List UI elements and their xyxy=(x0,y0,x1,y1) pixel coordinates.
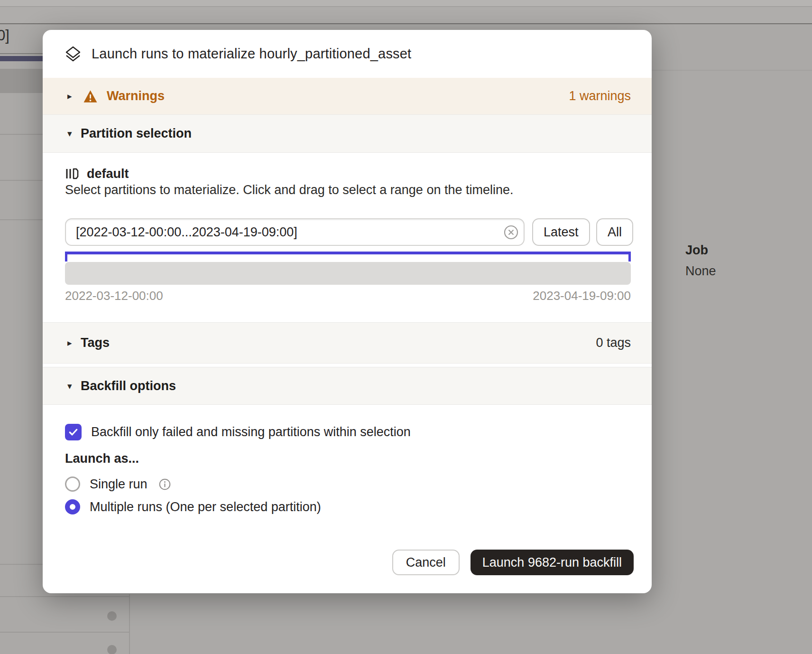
tags-count: 0 tags xyxy=(596,336,631,350)
warning-triangle-icon xyxy=(83,90,98,103)
dialog-footer: Cancel Launch 9682-run backfill xyxy=(392,550,634,575)
divider xyxy=(0,23,812,24)
backfill-only-failed-checkbox[interactable] xyxy=(65,424,82,440)
status-dot-icon xyxy=(107,645,117,654)
job-column-value: None xyxy=(685,264,716,279)
multiple-runs-option: Multiple runs (One per selected partitio… xyxy=(43,497,652,516)
partition-selection-label: Partition selection xyxy=(81,126,192,141)
partition-timeline[interactable] xyxy=(65,262,631,285)
partition-icon xyxy=(65,167,79,181)
cancel-button[interactable]: Cancel xyxy=(392,550,460,575)
row-divider xyxy=(0,219,43,220)
dialog-title: Launch runs to materialize hourly_partit… xyxy=(92,46,411,62)
latest-button[interactable]: Latest xyxy=(532,218,590,246)
chevron-right-icon: ▸ xyxy=(67,338,76,347)
dimension-name: default xyxy=(87,167,129,181)
backfill-only-failed-label: Backfill only failed and missing partiti… xyxy=(91,425,411,439)
backfill-only-failed-row: Backfill only failed and missing partiti… xyxy=(43,422,652,441)
range-end-label: 2023-04-19-09:00 xyxy=(533,289,631,303)
divider xyxy=(0,53,43,54)
background-header-row xyxy=(0,7,812,23)
row-divider xyxy=(0,180,43,181)
partition-selection-section-toggle[interactable]: ▾ Partition selection xyxy=(43,114,652,153)
selected-tab-indicator xyxy=(0,56,43,61)
clear-input-icon[interactable] xyxy=(504,225,518,240)
background-selected-row xyxy=(0,69,43,93)
launch-backfill-button[interactable]: Launch 9682-run backfill xyxy=(471,550,634,575)
single-run-option: Single run xyxy=(43,475,652,494)
backfill-options-label: Backfill options xyxy=(81,379,176,393)
warnings-section-toggle[interactable]: ▸ Warnings 1 warnings xyxy=(43,78,652,114)
multiple-runs-label: Multiple runs (One per selected partitio… xyxy=(90,500,321,514)
selected-range-bar xyxy=(65,252,631,254)
row-divider xyxy=(0,564,43,565)
info-icon[interactable] xyxy=(159,478,171,490)
range-start-label: 2022-03-12-00:00 xyxy=(65,289,163,303)
background-top-bar xyxy=(0,0,812,7)
tags-label: Tags xyxy=(81,336,110,350)
dialog-header: Launch runs to materialize hourly_partit… xyxy=(43,30,652,78)
all-button[interactable]: All xyxy=(596,218,633,246)
chevron-down-icon: ▾ xyxy=(67,382,76,391)
clipped-cell-text: 0] xyxy=(0,27,9,44)
materialize-stack-icon xyxy=(65,46,81,63)
dimension-row: default xyxy=(43,164,652,183)
partition-help-text: Select partitions to materialize. Click … xyxy=(65,183,514,197)
tags-section-toggle[interactable]: ▸ Tags 0 tags xyxy=(43,322,652,364)
row-divider xyxy=(0,596,129,597)
row-divider xyxy=(0,134,43,135)
launch-as-label: Launch as... xyxy=(65,451,139,466)
warnings-label: Warnings xyxy=(107,89,165,103)
chevron-right-icon: ▸ xyxy=(67,92,76,101)
job-column-header: Job xyxy=(685,243,708,258)
chevron-down-icon: ▾ xyxy=(67,129,76,138)
row-divider xyxy=(0,632,129,633)
status-dot-icon xyxy=(107,611,117,621)
warnings-count: 1 warnings xyxy=(569,89,631,103)
multiple-runs-radio[interactable] xyxy=(65,499,80,514)
single-run-label: Single run xyxy=(90,477,148,492)
launch-backfill-dialog: Launch runs to materialize hourly_partit… xyxy=(43,30,652,593)
screen: 0] Job None Launch runs to materialize h… xyxy=(0,0,812,654)
single-run-radio[interactable] xyxy=(65,476,80,492)
column-divider xyxy=(129,594,130,654)
backfill-options-section-toggle[interactable]: ▾ Backfill options xyxy=(43,367,652,405)
partition-range-input[interactable] xyxy=(65,218,525,246)
row-divider xyxy=(652,70,812,71)
